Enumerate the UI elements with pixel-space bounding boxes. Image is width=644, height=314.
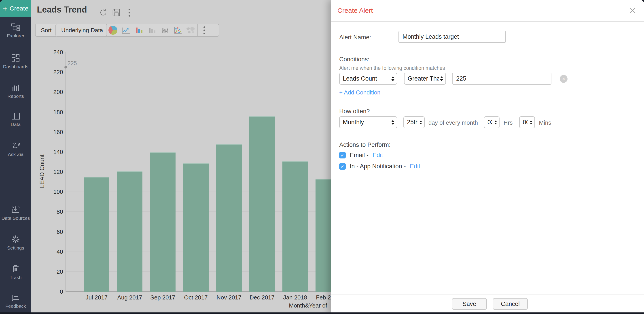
select-arrows-icon	[439, 76, 443, 81]
x-tick-label: Oct 2017	[177, 294, 215, 301]
bar-aug-2017[interactable]	[117, 171, 142, 292]
x-tick-label: Feb 2018	[309, 294, 331, 301]
y-tick-label: 200	[43, 89, 63, 96]
x-tick-label: Aug 2017	[111, 294, 149, 301]
cancel-button[interactable]: Cancel	[493, 298, 528, 310]
select-arrows-icon	[390, 120, 394, 125]
bar-jul-2017[interactable]	[84, 177, 109, 292]
y-tick-label: 140	[43, 149, 63, 156]
sidebar-item-trash[interactable]: Trash	[0, 264, 31, 280]
how-often-heading: How often?	[339, 108, 370, 115]
hrs-label: Hrs	[504, 119, 512, 126]
inapp-edit-link[interactable]: Edit	[410, 163, 420, 170]
email-edit-link[interactable]: Edit	[372, 152, 383, 159]
x-tick-label: Jul 2017	[78, 294, 116, 301]
y-tick-label: 120	[43, 169, 63, 175]
alert-name-label: Alert Name:	[339, 34, 371, 41]
actions-heading: Actions to Perform:	[339, 141, 391, 148]
threshold-value-label: 225	[68, 60, 77, 67]
conditions-subtitle: Alert me when the following condition ma…	[339, 65, 445, 71]
window-bottom-edge	[0, 312, 644, 314]
hour-stepper[interactable]: 03	[484, 116, 500, 128]
bar-dec-2017[interactable]	[249, 116, 275, 292]
y-tick-label: 60	[43, 228, 63, 235]
create-button[interactable]: + Create	[0, 0, 31, 17]
stepper-arrows-icon	[494, 120, 497, 124]
frequency-select[interactable]: Monthly	[339, 116, 397, 128]
y-tick-label: 240	[43, 49, 63, 56]
remove-condition-icon[interactable]: ✕	[560, 75, 568, 83]
alert-threshold-line	[66, 67, 331, 67]
modal-title: Create Alert	[338, 7, 373, 14]
save-button[interactable]: Save	[452, 298, 487, 310]
modal-header: Create Alert	[331, 0, 644, 22]
select-arrows-icon	[419, 120, 422, 124]
y-axis-line	[66, 52, 66, 292]
y-tick-label: 100	[43, 188, 63, 195]
condition-field-select[interactable]: Leads Count	[339, 73, 397, 85]
table-icon	[11, 112, 20, 120]
dashboard-grid-icon	[11, 54, 20, 63]
trash-icon	[11, 264, 20, 273]
gear-icon	[11, 234, 20, 244]
select-arrows-icon	[390, 76, 394, 81]
sidebar: + Create Explorer Dashboards Reports	[0, 0, 31, 314]
gridline	[66, 92, 331, 92]
threshold-anchor-dot	[64, 66, 67, 69]
sidebar-item-data[interactable]: Data	[0, 112, 31, 127]
x-tick-label: Dec 2017	[243, 294, 281, 301]
sidebar-item-reports[interactable]: Reports	[0, 83, 31, 99]
minute-stepper[interactable]: 00	[519, 116, 535, 128]
sidebar-item-dashboards[interactable]: Dashboards	[0, 54, 31, 69]
x-tick-label: Sep 2017	[144, 294, 182, 301]
y-tick-label: 160	[43, 129, 63, 136]
y-tick-label: 0	[43, 288, 63, 295]
gridline	[66, 72, 331, 72]
chart-workspace: Leads Trend Sort Underlying Data	[31, 0, 331, 314]
sidebar-item-data-sources[interactable]: Data Sources	[0, 205, 31, 221]
gridline	[66, 132, 331, 132]
condition-value-input[interactable]	[452, 73, 552, 85]
sidebar-item-settings[interactable]: Settings	[0, 234, 31, 251]
app-window: + Create Explorer Dashboards Reports	[0, 0, 644, 314]
sidebar-item-explorer[interactable]: Explorer	[0, 23, 31, 39]
x-axis-title: Month&Year of	[289, 302, 327, 309]
create-alert-modal: Create Alert Alert Name: Conditions: Ale…	[331, 0, 644, 314]
alert-name-input[interactable]	[398, 31, 506, 43]
sidebar-item-feedback[interactable]: Feedback	[0, 294, 31, 309]
gridline	[66, 152, 331, 152]
data-import-icon	[10, 205, 21, 214]
speech-bubble-icon	[11, 294, 20, 302]
email-action-row: ✓ Email - Edit	[339, 152, 383, 159]
sidebar-item-ask-zia[interactable]: Ask Zia	[0, 141, 31, 157]
inapp-checkbox[interactable]: ✓	[339, 163, 346, 170]
y-tick-label: 80	[43, 208, 63, 215]
x-tick-label: Nov 2017	[210, 294, 248, 301]
x-tick-label: Jan 2018	[276, 294, 314, 301]
zia-scribble-icon	[10, 141, 21, 150]
bar-jan-2018[interactable]	[282, 161, 308, 292]
close-icon[interactable]	[628, 6, 637, 16]
y-tick-label: 40	[43, 248, 63, 255]
inapp-action-row: ✓ In - App Notification - Edit	[339, 163, 420, 170]
bar-sep-2017[interactable]	[150, 152, 176, 292]
day-select[interactable]: 25th	[404, 116, 425, 128]
day-suffix-label: day of every month	[428, 119, 478, 126]
stepper-arrows-icon	[529, 120, 532, 124]
gridline	[66, 52, 331, 52]
email-checkbox[interactable]: ✓	[339, 152, 346, 158]
bar-chart: LEAD Count Month&Year of 020406080100120…	[31, 0, 331, 314]
mins-label: Mins	[539, 119, 551, 126]
add-condition-link[interactable]: + Add Condition	[339, 89, 380, 96]
bar-oct-2017[interactable]	[183, 163, 209, 292]
bar-feb-2018[interactable]	[316, 179, 331, 292]
gridline	[66, 112, 331, 112]
y-tick-label: 180	[43, 109, 63, 116]
sitemap-icon	[10, 23, 21, 32]
bar-nov-2017[interactable]	[216, 144, 242, 292]
footer-divider	[331, 294, 644, 295]
y-tick-label: 20	[43, 268, 63, 275]
condition-operator-select[interactable]: Greater Than	[404, 73, 446, 85]
bar-report-icon	[11, 83, 20, 92]
y-tick-label: 220	[43, 69, 63, 76]
